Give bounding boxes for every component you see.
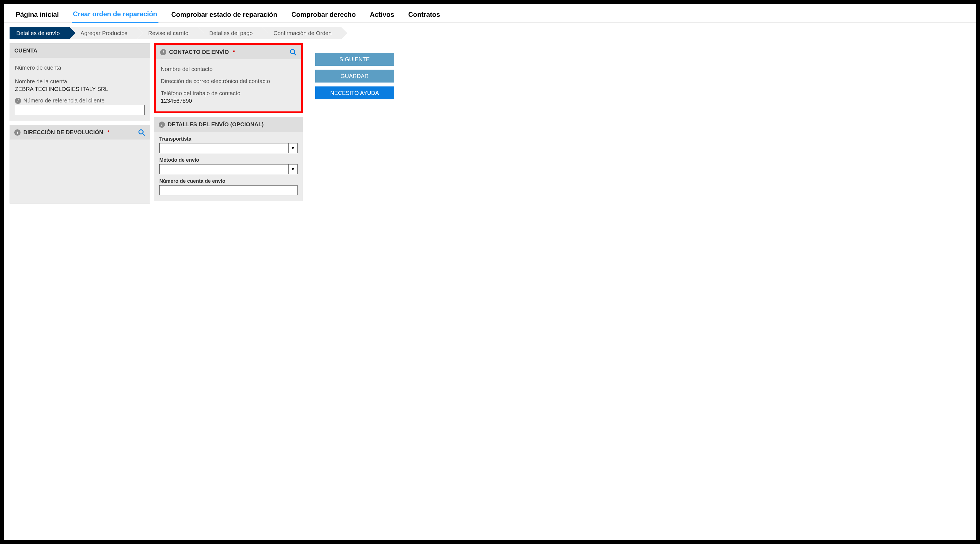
account-name-label: Nombre de la cuenta: [15, 78, 145, 85]
step-add-products[interactable]: Agregar Productos: [69, 27, 137, 39]
customer-ref-label-row: i Número de referencia del cliente: [15, 97, 145, 104]
return-address-header: i DIRECCIÓN DE DEVOLUCIÓN *: [10, 125, 150, 140]
chevron-down-icon: ▼: [288, 165, 297, 174]
carrier-label: Transportista: [159, 136, 298, 142]
shipping-contact-title: CONTACTO DE ENVÍO: [169, 49, 229, 55]
shipping-contact-panel: i CONTACTO DE ENVÍO * Nombre del contact…: [154, 43, 303, 113]
contact-phone-label: Teléfono del trabajo de contacto: [161, 90, 296, 97]
help-button[interactable]: NECESITO AYUDA: [315, 86, 394, 99]
shipping-details-title: DETALLES DEL ENVÍO (OPCIONAL): [168, 121, 264, 128]
info-icon[interactable]: i: [159, 122, 165, 128]
account-panel-header: CUENTA: [10, 43, 150, 58]
shipping-method-label: Método de envío: [159, 157, 298, 163]
shipping-account-input[interactable]: [159, 185, 298, 195]
customer-ref-input[interactable]: [15, 105, 145, 115]
contact-name-label: Nombre del contacto: [161, 66, 296, 73]
top-nav: Página inicial Crear orden de reparación…: [4, 4, 976, 23]
nav-check-entitlement[interactable]: Comprobar derecho: [290, 8, 357, 22]
nav-create-repair-order[interactable]: Crear orden de reparación: [72, 7, 158, 23]
shipping-details-header: i DETALLES DEL ENVÍO (OPCIONAL): [154, 117, 302, 132]
info-icon[interactable]: i: [15, 98, 21, 104]
next-button[interactable]: SIGUIENTE: [315, 53, 394, 66]
shipping-contact-header: i CONTACTO DE ENVÍO *: [156, 45, 301, 59]
account-panel: CUENTA Número de cuenta Nombre de la cue…: [10, 43, 150, 121]
step-payment-details[interactable]: Detalles del pago: [198, 27, 262, 39]
action-buttons: SIGUIENTE GUARDAR NECESITO AYUDA: [307, 43, 397, 99]
chevron-down-icon: ▼: [288, 143, 297, 153]
contact-phone-value: 1234567890: [161, 98, 296, 104]
carrier-select[interactable]: ▼: [159, 143, 298, 153]
required-mark: *: [107, 129, 109, 136]
customer-ref-label: Número de referencia del cliente: [23, 97, 105, 104]
save-button[interactable]: GUARDAR: [315, 70, 394, 82]
shipping-details-panel: i DETALLES DEL ENVÍO (OPCIONAL) Transpor…: [154, 117, 303, 201]
search-icon[interactable]: [290, 49, 297, 56]
account-number-label: Número de cuenta: [15, 65, 145, 71]
contact-email-label: Dirección de correo electrónico del cont…: [161, 78, 296, 84]
nav-assets[interactable]: Activos: [369, 8, 395, 22]
nav-contracts[interactable]: Contratos: [407, 8, 441, 22]
return-address-panel: i DIRECCIÓN DE DEVOLUCIÓN *: [10, 125, 150, 203]
nav-home[interactable]: Página inicial: [14, 8, 60, 22]
required-mark: *: [233, 49, 235, 55]
shipping-account-label: Número de cuenta de envío: [159, 178, 298, 184]
shipping-method-select[interactable]: ▼: [159, 164, 298, 174]
info-icon[interactable]: i: [14, 129, 21, 136]
step-shipping-details[interactable]: Detalles de envío: [10, 27, 69, 39]
account-panel-title: CUENTA: [14, 48, 37, 54]
step-review-cart[interactable]: Revise el carrito: [137, 27, 198, 39]
nav-check-repair-status[interactable]: Comprobar estado de reparación: [170, 8, 278, 22]
return-address-title: DIRECCIÓN DE DEVOLUCIÓN: [23, 129, 103, 136]
svg-line-3: [294, 53, 296, 55]
account-name-value: ZEBRA TECHNOLOGIES ITALY SRL: [15, 86, 145, 92]
stepper: Detalles de envío Agregar Productos Revi…: [4, 23, 976, 43]
svg-line-1: [142, 133, 145, 135]
info-icon[interactable]: i: [160, 49, 166, 55]
step-order-confirmation[interactable]: Confirmación de Orden: [262, 27, 341, 39]
search-icon[interactable]: [138, 129, 145, 136]
